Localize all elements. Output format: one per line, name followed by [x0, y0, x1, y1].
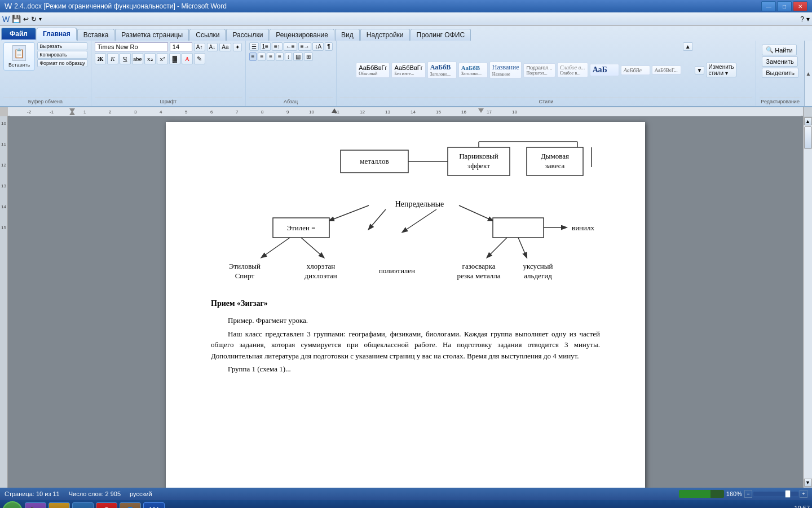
decrease-font-button[interactable]: A↓ — [207, 43, 218, 51]
show-marks-button[interactable]: ¶ — [325, 42, 332, 51]
help-icon[interactable]: ? — [800, 15, 804, 23]
svg-text:полиэтилен: полиэтилен — [379, 266, 415, 275]
borders-button[interactable]: ⊞ — [304, 52, 313, 61]
find-button[interactable]: 🔍 Найти — [762, 45, 796, 55]
change-styles-button[interactable]: Изменитьстили ▾ — [706, 63, 736, 77]
taskbar-opera-app[interactable]: O — [96, 502, 117, 508]
tab-references[interactable]: Ссылки — [189, 29, 226, 41]
change-case-button[interactable]: Аа — [219, 43, 231, 51]
tab-review[interactable]: Рецензирование — [270, 29, 334, 41]
taskbar-screen-app[interactable]: 🖥 — [72, 502, 94, 508]
zoom-in-button[interactable]: + — [800, 490, 807, 498]
list-number-button[interactable]: 1≡ — [260, 42, 271, 51]
clear-format-button[interactable]: ✦ — [233, 43, 242, 51]
bold-button[interactable]: Ж — [95, 53, 106, 64]
vertical-scrollbar[interactable]: ▲ ▼ — [803, 116, 812, 488]
font-color-highlight-button[interactable]: ▓ — [169, 53, 180, 64]
word-logo-icon: W — [2, 15, 10, 24]
indent-increase-button[interactable]: ≡→ — [298, 42, 312, 51]
scroll-thumb[interactable] — [804, 126, 812, 149]
font-size-selector[interactable] — [170, 42, 192, 51]
taskbar-folder-app[interactable]: 📁 — [48, 502, 70, 508]
zoom-out-button[interactable]: − — [744, 490, 752, 498]
close-button[interactable]: ✕ — [793, 1, 807, 11]
font-color-button[interactable]: A — [182, 53, 193, 64]
increase-font-button[interactable]: A↑ — [194, 43, 205, 51]
ribbon-toggle-icon[interactable]: ▾ — [806, 15, 810, 23]
maximize-button[interactable]: □ — [777, 1, 792, 11]
paste-icon: 📋 — [12, 45, 26, 61]
ribbon-collapse-button[interactable]: ▲ — [804, 41, 812, 106]
zoom-slider-thumb[interactable] — [785, 490, 791, 498]
tab-home[interactable]: Главная — [37, 28, 77, 41]
taskbar-right: RU 10:57 22.06.2021 — [765, 505, 810, 508]
tab-addins[interactable]: Надстройки — [360, 29, 410, 41]
align-left-button[interactable]: ≡ — [249, 52, 257, 61]
tab-file[interactable]: Файл — [1, 28, 36, 41]
style-aab[interactable]: АаБ — [590, 64, 619, 76]
taskbar-word-app[interactable]: W — [143, 502, 165, 508]
paste-button[interactable]: 📋 Вставить — [3, 42, 35, 71]
style-title[interactable]: Название Название — [489, 62, 522, 78]
styles-scroll-up-button[interactable]: ▲ — [683, 42, 693, 51]
document-scroll-area[interactable]: металлов Парниковый эффект Дымовая завес… — [8, 116, 803, 488]
style-aabe[interactable]: АаБбВе — [621, 65, 650, 75]
list-bullet-button[interactable]: ☰ — [249, 42, 259, 51]
sort-button[interactable]: ↕A — [312, 42, 324, 51]
svg-line-41 — [301, 238, 324, 257]
svg-text:12: 12 — [360, 110, 365, 115]
svg-text:13: 13 — [385, 110, 390, 115]
scroll-up-button[interactable]: ▲ — [804, 117, 812, 125]
align-right-button[interactable]: ≡ — [267, 52, 275, 61]
style-heading1[interactable]: АаБбВ Заголово... — [427, 62, 457, 78]
copy-button[interactable]: Копировать — [37, 51, 87, 59]
taskbar-viber-app[interactable]: 📞 — [25, 502, 46, 508]
tab-proling[interactable]: Пролинг ОФИС — [411, 29, 471, 41]
shading-button[interactable]: ▨ — [293, 52, 303, 61]
cut-button[interactable]: Вырезать — [37, 42, 87, 50]
indent-decrease-button[interactable]: ←≡ — [284, 42, 297, 51]
svg-text:металлов: металлов — [360, 157, 389, 165]
diagram-top-svg: металлов Парниковый эффект Дымовая завес… — [211, 139, 594, 184]
svg-text:8: 8 — [261, 110, 264, 115]
subscript-button[interactable]: x₂ — [144, 53, 156, 64]
replace-button[interactable]: Заменить — [762, 56, 797, 67]
diagram-middle: Непредельные Этилен = — [211, 190, 600, 288]
tab-mailings[interactable]: Рассылки — [226, 29, 269, 41]
line-spacing-button[interactable]: ↕ — [285, 52, 292, 61]
svg-text:18: 18 — [512, 110, 517, 115]
select-button[interactable]: Выделить — [762, 68, 798, 78]
style-aabveg[interactable]: АаБбВеГ... — [652, 65, 681, 75]
align-center-button[interactable]: ≡ — [258, 52, 266, 61]
text-highlight-button[interactable]: ✎ — [194, 53, 205, 64]
svg-text:альдегид: альдегид — [524, 271, 552, 280]
tab-insert[interactable]: Вставка — [77, 29, 115, 41]
svg-text:15: 15 — [436, 110, 441, 115]
start-button[interactable]: ⊞ — [2, 501, 23, 508]
style-normal[interactable]: АаБбВвГг Обычный — [356, 63, 390, 78]
style-subtle-emphasis[interactable]: Слабое в... Слабое в... — [557, 63, 588, 77]
style-subtitle[interactable]: Подзагол... Подзагол... — [523, 63, 555, 77]
styles-scroll-down-button[interactable]: ▼ — [695, 66, 705, 75]
svg-text:дихлоэтан: дихлоэтан — [304, 271, 337, 280]
scroll-down-button[interactable]: ▼ — [804, 479, 812, 487]
save-quick-icon[interactable]: 💾 — [12, 15, 21, 23]
strikethrough-button[interactable]: abe — [132, 53, 143, 64]
italic-button[interactable]: К — [107, 53, 118, 64]
quick-access-dropdown-icon[interactable]: ▾ — [39, 16, 42, 22]
redo-quick-icon[interactable]: ↻ — [31, 15, 37, 23]
minimize-button[interactable]: — — [761, 1, 776, 11]
style-heading2[interactable]: АаБбВ Заголово... — [458, 63, 488, 78]
taskbar-photo-app[interactable]: 👤 — [120, 502, 141, 508]
list-multilevel-button[interactable]: ≡↑ — [272, 42, 283, 51]
tab-page-layout[interactable]: Разметка страницы — [115, 29, 189, 41]
format-painter-button[interactable]: Формат по образцу — [37, 59, 87, 67]
underline-button[interactable]: Ч — [120, 53, 131, 64]
style-no-spacing[interactable]: АаБбВвГг Без инте... — [391, 63, 425, 78]
superscript-button[interactable]: x² — [157, 53, 168, 64]
font-name-selector[interactable] — [95, 42, 168, 51]
align-justify-button[interactable]: ≡ — [276, 52, 284, 61]
section-title: Прием «Зигзаг» — [211, 299, 600, 308]
undo-quick-icon[interactable]: ↩ — [23, 15, 29, 23]
tab-view[interactable]: Вид — [335, 29, 360, 41]
